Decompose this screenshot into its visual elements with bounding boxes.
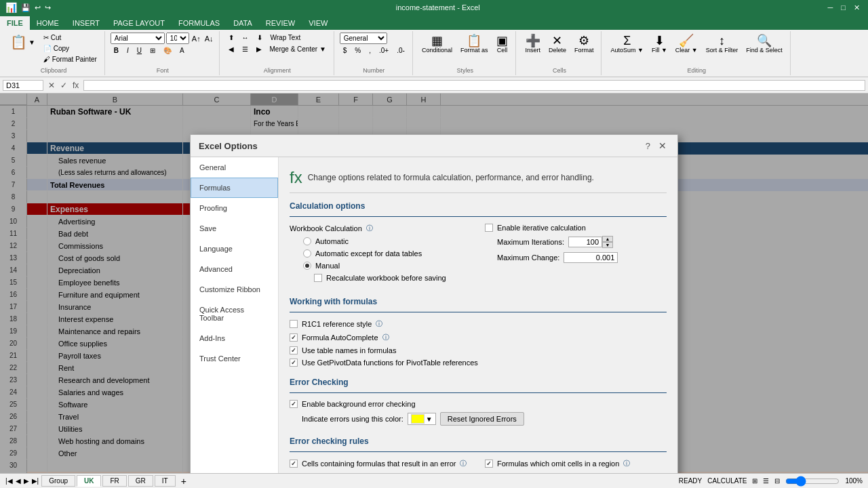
minimize-btn[interactable]: ─ bbox=[825, 3, 836, 12]
tab-insert[interactable]: INSERT bbox=[66, 16, 106, 30]
calc-automatic-row[interactable]: Automatic bbox=[303, 237, 471, 245]
sidebar-item-quick-access-toolbar[interactable]: Quick Access Toolbar bbox=[191, 300, 278, 328]
formula-autocomplete-checkbox[interactable] bbox=[290, 333, 298, 342]
sheet-tab-it[interactable]: IT bbox=[155, 475, 176, 487]
getpivotdata-checkbox[interactable] bbox=[290, 359, 298, 367]
decrease-font-btn[interactable]: A↓ bbox=[203, 34, 215, 43]
table-names-row[interactable]: Use table names in formulas bbox=[290, 346, 667, 354]
err-rule-7-info[interactable]: ⓘ bbox=[616, 472, 623, 473]
reset-ignored-errors-btn[interactable]: Reset Ignored Errors bbox=[440, 412, 524, 426]
align-top-btn[interactable]: ⬆ bbox=[225, 33, 237, 43]
italic-btn[interactable]: I bbox=[123, 45, 132, 56]
add-sheet-btn[interactable]: + bbox=[177, 474, 191, 488]
sort-filter-btn[interactable]: ↕Sort & Filter bbox=[703, 33, 742, 56]
fill-color-btn[interactable]: 🎨 bbox=[160, 45, 175, 56]
find-select-btn[interactable]: 🔍Find & Select bbox=[743, 33, 786, 56]
recalculate-row[interactable]: Recalculate workbook before saving bbox=[314, 274, 471, 282]
page-break-view-btn[interactable]: ⊟ bbox=[774, 477, 780, 485]
sidebar-item-add-ins[interactable]: Add-Ins bbox=[191, 328, 278, 348]
increase-decimal-btn[interactable]: .0+ bbox=[376, 45, 392, 56]
align-right-btn[interactable]: ▶ bbox=[253, 44, 265, 54]
wrap-text-btn[interactable]: Wrap Text bbox=[267, 33, 304, 43]
align-center-btn[interactable]: ☰ bbox=[239, 44, 252, 54]
format-as-table-btn[interactable]: 📋Format as bbox=[457, 33, 492, 56]
max-iterations-input[interactable] bbox=[568, 237, 602, 247]
sidebar-item-language[interactable]: Language bbox=[191, 239, 278, 259]
font-size-select[interactable]: 10 bbox=[166, 33, 189, 44]
align-left-btn[interactable]: ◀ bbox=[225, 44, 237, 54]
enable-iterative-row[interactable]: Enable iterative calculation bbox=[485, 224, 667, 232]
number-format-select[interactable]: General bbox=[340, 33, 387, 44]
formula-autocomplete-row[interactable]: Formula AutoComplete ⓘ bbox=[290, 333, 667, 342]
formula-input[interactable] bbox=[83, 80, 865, 91]
conditional-formatting-btn[interactable]: ▦Conditional bbox=[418, 33, 456, 56]
tab-data[interactable]: DATA bbox=[226, 16, 259, 30]
copy-btn[interactable]: 📄 Copy bbox=[40, 43, 100, 54]
nav-next-sheet-btn[interactable]: ▶ bbox=[24, 477, 29, 485]
err-rule-2-info[interactable]: ⓘ bbox=[465, 472, 471, 473]
sidebar-item-general[interactable]: General bbox=[191, 157, 278, 178]
error-rule-omit-cells-cb[interactable] bbox=[485, 460, 493, 468]
error-rule-formulas-result-row[interactable]: Cells containing formulas that result in… bbox=[290, 459, 471, 468]
tab-view[interactable]: VIEW bbox=[302, 16, 334, 30]
sheet-tab-fr[interactable]: FR bbox=[102, 475, 126, 487]
err-rule-6-info[interactable]: ⓘ bbox=[623, 459, 630, 468]
max-iterations-control[interactable]: ▲ ▼ bbox=[568, 236, 613, 248]
sidebar-item-save[interactable]: Save bbox=[191, 218, 278, 239]
currency-btn[interactable]: $ bbox=[340, 45, 351, 56]
name-box[interactable] bbox=[3, 80, 43, 91]
workbook-calc-info-icon[interactable]: ⓘ bbox=[366, 224, 373, 233]
sidebar-item-formulas[interactable]: Formulas bbox=[191, 178, 278, 198]
tab-review[interactable]: REVIEW bbox=[259, 16, 302, 30]
tab-formulas[interactable]: FORMULAS bbox=[172, 16, 226, 30]
normal-view-btn[interactable]: ☰ bbox=[763, 477, 769, 485]
undo-btn[interactable]: ↩ bbox=[35, 3, 41, 12]
underline-btn[interactable]: U bbox=[134, 45, 145, 56]
borders-btn[interactable]: ⊞ bbox=[146, 45, 159, 56]
align-middle-btn[interactable]: ↔ bbox=[239, 33, 252, 43]
tab-home[interactable]: HOME bbox=[30, 16, 66, 30]
error-rule-omit-cells-row[interactable]: Formulas which omit cells in a region ⓘ bbox=[485, 459, 667, 468]
tab-page-layout[interactable]: PAGE LAYOUT bbox=[106, 16, 172, 30]
calc-manual-radio[interactable] bbox=[303, 262, 311, 270]
nav-prev-sheet-btn[interactable]: ◀ bbox=[16, 477, 21, 485]
tab-file[interactable]: FILE bbox=[0, 16, 30, 30]
max-iterations-down[interactable]: ▼ bbox=[602, 242, 613, 248]
calc-automatic-radio[interactable] bbox=[303, 237, 311, 245]
sheet-tab-uk[interactable]: UK bbox=[77, 475, 101, 487]
r1c1-info-icon[interactable]: ⓘ bbox=[376, 319, 382, 329]
max-change-input[interactable] bbox=[564, 252, 618, 263]
insert-cells-btn[interactable]: ➕Insert bbox=[521, 33, 544, 56]
font-color-btn[interactable]: A bbox=[176, 45, 188, 56]
calc-auto-except-row[interactable]: Automatic except for data tables bbox=[303, 249, 471, 258]
quick-save[interactable]: 💾 bbox=[21, 3, 31, 12]
bold-btn[interactable]: B bbox=[111, 45, 122, 56]
clear-btn[interactable]: 🧹Clear ▼ bbox=[672, 33, 701, 56]
format-painter-btn[interactable]: 🖌 Format Painter bbox=[40, 54, 100, 64]
error-rule-unlocked-cells-row[interactable]: Unlocked cells containing formulas ⓘ bbox=[485, 472, 667, 473]
paste-btn[interactable]: 📋 ▼ bbox=[7, 33, 39, 52]
nav-last-sheet-btn[interactable]: ▶| bbox=[32, 477, 39, 485]
delete-cells-btn[interactable]: ✕Delete bbox=[545, 33, 570, 56]
align-bottom-btn[interactable]: ⬇ bbox=[254, 33, 266, 43]
r1c1-row[interactable]: R1C1 reference style ⓘ bbox=[290, 319, 667, 329]
increase-font-btn[interactable]: A↑ bbox=[191, 34, 202, 43]
confirm-formula-icon[interactable]: ✓ bbox=[58, 81, 69, 90]
dialog-close-btn[interactable]: ✕ bbox=[656, 140, 669, 151]
sheet-tab-group[interactable]: Group bbox=[41, 475, 75, 487]
sidebar-item-advanced[interactable]: Advanced bbox=[191, 259, 278, 279]
table-names-checkbox[interactable] bbox=[290, 346, 298, 354]
calc-auto-except-radio[interactable] bbox=[303, 249, 311, 258]
maximize-btn[interactable]: □ bbox=[838, 3, 848, 12]
dialog-help-btn[interactable]: ? bbox=[646, 141, 650, 151]
error-rule-inconsistent-col-row[interactable]: Inconsistent calculated column formula i… bbox=[290, 472, 471, 473]
insert-function-icon[interactable]: fx bbox=[71, 81, 81, 90]
sidebar-item-proofing[interactable]: Proofing bbox=[191, 198, 278, 218]
error-color-btn[interactable]: ▼ bbox=[408, 413, 436, 425]
max-iterations-up[interactable]: ▲ bbox=[602, 236, 613, 242]
enable-iterative-checkbox[interactable] bbox=[485, 224, 493, 232]
sidebar-item-customize-ribbon[interactable]: Customize Ribbon bbox=[191, 279, 278, 300]
comma-btn[interactable]: , bbox=[366, 45, 374, 56]
redo-btn[interactable]: ↪ bbox=[45, 3, 51, 12]
err-rule-1-info[interactable]: ⓘ bbox=[460, 459, 467, 468]
